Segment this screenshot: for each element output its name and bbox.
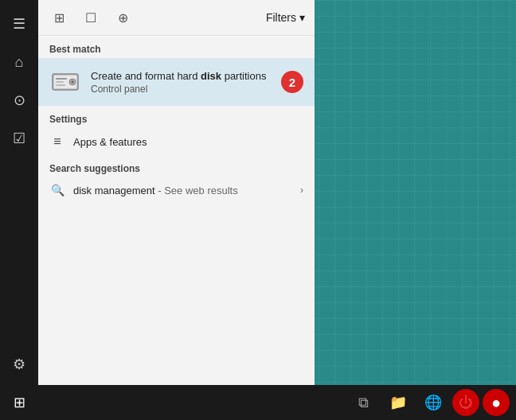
suggestion-text: disk management - See web results	[73, 185, 292, 196]
cortana-button[interactable]: ●	[483, 389, 510, 416]
apps-tab-icon[interactable]: ⊞	[48, 6, 70, 29]
taskbar-icons: ⧉ 📁 🌐 ⏻ ●	[347, 387, 516, 418]
svg-rect-5	[56, 81, 64, 83]
svg-point-3	[72, 81, 74, 84]
settings-label: Settings	[38, 106, 315, 128]
power-button[interactable]: ⏻	[452, 389, 479, 416]
suggestion-sub: - See web results	[158, 185, 237, 196]
suggestion-chevron-icon: ›	[300, 185, 303, 196]
best-match-subtitle: Control panel	[91, 84, 303, 95]
step-badge-2: 2	[281, 71, 303, 93]
hamburger-icon[interactable]: ☰	[0, 6, 38, 41]
search-panel: ⊞ ☐ ⊕ Filters ▾ Best match	[38, 0, 315, 420]
best-match-title: Create and format hard disk partitions	[91, 70, 303, 82]
svg-rect-6	[56, 84, 65, 86]
document-tab-icon[interactable]: ☐	[80, 6, 102, 29]
task-view-button[interactable]: ⧉	[347, 387, 379, 418]
title-bold: disk	[201, 70, 221, 82]
suggestion-main: disk management	[73, 185, 155, 196]
sidebar: ☰ ⌂ ⊙ ☑ ⚙ 👤	[0, 0, 38, 420]
apps-features-item[interactable]: ≡ Apps & features	[38, 128, 315, 155]
toolbar: ⊞ ☐ ⊕ Filters ▾	[38, 0, 315, 36]
start-menu: ☰ ⌂ ⊙ ☑ ⚙ 👤 ⊞ ☐ ⊕ Filters ▾ Best match	[0, 0, 315, 420]
title-prefix: Create and format hard	[91, 70, 201, 82]
search-suggestion-icon: 🔍	[49, 184, 65, 196]
results-area: Best match Create	[38, 36, 315, 385]
best-match-text: Create and format hard disk partitions C…	[91, 70, 303, 95]
chevron-down-icon: ▾	[299, 11, 305, 24]
file-explorer-button[interactable]: 📁	[382, 387, 414, 418]
taskbar: ⊞ ⧉ 📁 🌐 ⏻ ●	[0, 385, 516, 420]
disk-management-suggestion[interactable]: 🔍 disk management - See web results ›	[38, 177, 315, 203]
svg-rect-4	[56, 78, 67, 80]
search-suggestions-label: Search suggestions	[38, 155, 315, 177]
globe-tab-icon[interactable]: ⊕	[111, 6, 134, 29]
start-button[interactable]: ⊞	[0, 385, 38, 420]
edge-button[interactable]: 🌐	[417, 387, 449, 418]
search-circle-icon[interactable]: ⊙	[0, 83, 38, 118]
document-sidebar-icon[interactable]: ☑	[0, 121, 38, 156]
apps-features-icon: ≡	[49, 134, 65, 149]
apps-features-label: Apps & features	[73, 136, 147, 148]
best-match-label: Best match	[38, 36, 315, 58]
home-icon[interactable]: ⌂	[0, 45, 38, 80]
filters-button[interactable]: Filters ▾	[266, 11, 305, 24]
filters-label: Filters	[266, 11, 296, 24]
title-suffix: partitions	[221, 70, 266, 82]
gear-icon[interactable]: ⚙	[0, 347, 38, 382]
disk-management-icon	[49, 66, 81, 98]
best-match-item[interactable]: Create and format hard disk partitions C…	[38, 58, 315, 106]
